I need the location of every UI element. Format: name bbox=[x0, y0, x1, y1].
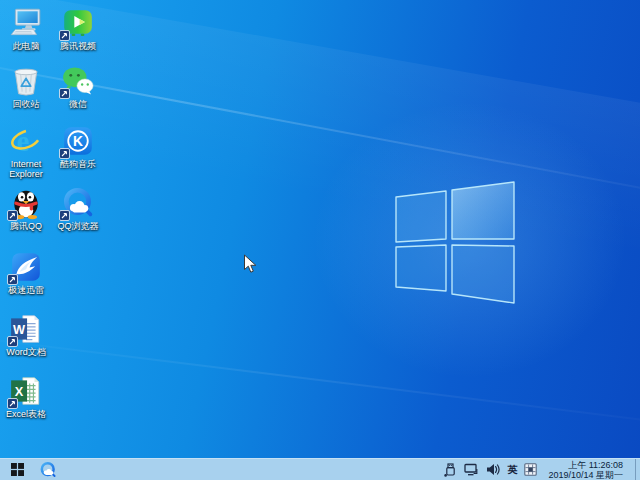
windows-start-icon bbox=[11, 463, 24, 476]
desktop-icon-tencent-qq[interactable]: 腾讯QQ bbox=[0, 186, 52, 231]
shortcut-arrow-icon bbox=[59, 88, 70, 99]
light-ray bbox=[0, 330, 640, 439]
desktop-icon-wechat[interactable]: 微信 bbox=[52, 64, 104, 109]
svg-text:e: e bbox=[16, 125, 29, 157]
desktop-icon-label: 酷狗音乐 bbox=[52, 159, 104, 169]
desktop-icon-qq-browser[interactable]: QQ浏览器 bbox=[52, 186, 104, 231]
ime-language-indicator[interactable]: 英 bbox=[507, 459, 517, 480]
desktop-icon-label: 腾讯视频 bbox=[52, 41, 104, 51]
clock-time: 上午 11:26:08 bbox=[548, 460, 623, 470]
desktop-icon-tencent-video[interactable]: 腾讯视频 bbox=[52, 6, 104, 51]
start-button[interactable] bbox=[0, 459, 34, 480]
volume-icon[interactable] bbox=[486, 459, 500, 480]
shortcut-arrow-icon bbox=[59, 148, 70, 159]
excel-icon: X bbox=[9, 374, 43, 408]
desktop-icon-label: Word文档 bbox=[0, 347, 52, 357]
shortcut-arrow-icon bbox=[7, 336, 18, 347]
shortcut-arrow-icon bbox=[7, 398, 18, 409]
clock-date: 2019/10/14 星期一 bbox=[548, 470, 623, 480]
desktop-icon-this-pc[interactable]: 此电脑 bbox=[0, 6, 52, 51]
recycle-bin-icon bbox=[9, 64, 43, 98]
qq-browser-icon bbox=[39, 461, 57, 479]
shortcut-arrow-icon bbox=[59, 30, 70, 41]
shortcut-arrow-icon bbox=[59, 210, 70, 221]
wechat-icon bbox=[61, 64, 95, 98]
svg-text:K: K bbox=[73, 133, 83, 149]
thunder-bird-icon bbox=[9, 250, 43, 284]
desktop-icon-label: 腾讯QQ bbox=[0, 221, 52, 231]
taskbar-qq-browser-button[interactable] bbox=[34, 459, 62, 480]
desktop-icon-label: Internet Explorer bbox=[0, 159, 52, 179]
desktop-icon-label: 此电脑 bbox=[0, 41, 52, 51]
desktop-icon-label: 极速迅雷 bbox=[0, 285, 52, 295]
this-pc-icon bbox=[9, 6, 43, 40]
taskbar-clock[interactable]: 上午 11:26:08 2019/10/14 星期一 bbox=[544, 460, 628, 480]
desktop-surface[interactable]: 此电脑 腾讯视频 bbox=[0, 0, 640, 458]
qq-browser-icon bbox=[61, 186, 95, 220]
show-desktop-button[interactable] bbox=[635, 459, 640, 480]
desktop-icon-thunder[interactable]: 极速迅雷 bbox=[0, 250, 52, 295]
desktop-icon-recycle-bin[interactable]: 回收站 bbox=[0, 64, 52, 109]
tencent-video-icon bbox=[61, 6, 95, 40]
ime-pad-icon[interactable] bbox=[524, 459, 537, 480]
shortcut-arrow-icon bbox=[7, 274, 18, 285]
desktop-icon-kugou-music[interactable]: K 酷狗音乐 bbox=[52, 124, 104, 169]
tencent-qq-icon bbox=[9, 186, 43, 220]
desktop-icon-label: QQ浏览器 bbox=[52, 221, 104, 231]
desktop-icon-label: Excel表格 bbox=[0, 409, 52, 419]
usb-device-icon[interactable] bbox=[444, 459, 457, 480]
desktop-icon-internet-explorer[interactable]: e Internet Explorer bbox=[0, 124, 52, 179]
shortcut-arrow-icon bbox=[7, 210, 18, 221]
internet-explorer-icon: e bbox=[9, 124, 43, 158]
word-icon: W bbox=[9, 312, 43, 346]
windows-logo bbox=[378, 164, 530, 316]
taskbar: 英 上午 11:26:08 2019/10/14 星期一 bbox=[0, 458, 640, 480]
desktop-icon-excel[interactable]: X Excel表格 bbox=[0, 374, 52, 419]
desktop-icon-label: 回收站 bbox=[0, 99, 52, 109]
kugou-music-icon: K bbox=[61, 124, 95, 158]
desktop-icon-label: 微信 bbox=[52, 99, 104, 109]
network-icon[interactable] bbox=[464, 459, 479, 480]
desktop-icon-word[interactable]: W Word文档 bbox=[0, 312, 52, 357]
